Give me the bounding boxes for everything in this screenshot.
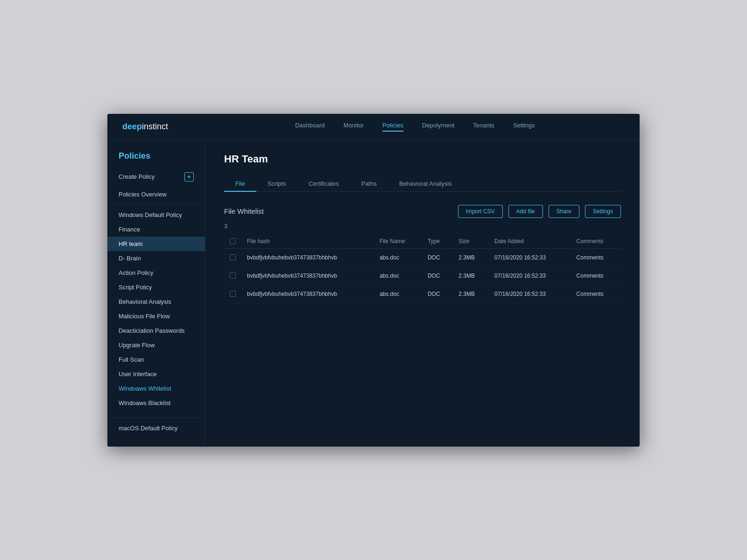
create-policy-button[interactable]: Create Policy + — [107, 168, 205, 185]
body-area: Policies Create Policy + Policies Overvi… — [107, 140, 640, 447]
col-date-added: Date Added — [489, 234, 571, 249]
nav-links: Dashboard Monitor Policies Depolyment Te… — [205, 122, 625, 132]
whitelist-header: File Whitelist Import CSV Add file Share… — [224, 205, 621, 218]
row-date-added: 07/16/2020 16:52:33 — [489, 248, 571, 266]
row-type: DOC — [422, 248, 453, 266]
nav-tenants[interactable]: Tenants — [473, 122, 494, 132]
sidebar-item-policies-overview[interactable]: Policies Overview — [107, 187, 205, 202]
app-window: deepinstinct Dashboard Monitor Policies … — [107, 114, 640, 447]
table-header-row: File hash File Name Type Size Date Added… — [224, 234, 621, 249]
nav-policies[interactable]: Policies — [382, 122, 403, 132]
sidebar-item-action-policy[interactable]: Action Policy — [107, 266, 205, 280]
sidebar-divider — [107, 204, 205, 205]
row-date-added: 07/16/2020 16:52:33 — [489, 285, 571, 303]
sidebar-item-malicious-file-flow[interactable]: Malicious File Flow — [107, 309, 205, 323]
col-file-name: File Name — [374, 234, 422, 249]
sidebar-item-script-policy[interactable]: Script Policy — [107, 280, 205, 294]
row-file-hash: bvbdfjvbfvbuhebvb37473837bhbhvb — [241, 266, 374, 285]
row-date-added: 07/16/2020 16:52:33 — [489, 266, 571, 285]
row-comments: Comments — [571, 248, 621, 266]
sidebar-item-windoaws-whitelist[interactable]: Windoaws Whitelist — [107, 381, 205, 396]
create-policy-label: Create Policy — [119, 173, 155, 180]
row-checkbox-cell — [224, 266, 241, 285]
sidebar-item-upgrate-flow[interactable]: Upgrate Flow — [107, 338, 205, 352]
sidebar: Policies Create Policy + Policies Overvi… — [107, 140, 205, 447]
import-csv-button[interactable]: Import CSV — [458, 205, 503, 218]
add-file-button[interactable]: Add file — [508, 205, 543, 218]
header-checkbox[interactable] — [230, 238, 236, 244]
row-checkbox[interactable] — [230, 291, 236, 297]
sidebar-item-finance[interactable]: Finance — [107, 222, 205, 237]
sidebar-item-full-scan[interactable]: Full Scan — [107, 352, 205, 367]
main-content: HR Team File Scripts Certificates Paths … — [205, 140, 640, 447]
row-size: 2.3MB — [453, 266, 489, 285]
nav-dashboard[interactable]: Dashboard — [295, 122, 325, 132]
tab-paths[interactable]: Paths — [350, 176, 388, 192]
nav-settings[interactable]: Settings — [513, 122, 535, 132]
row-checkbox[interactable] — [230, 273, 236, 279]
tab-certificates[interactable]: Certificates — [297, 176, 350, 192]
settings-button[interactable]: Settings — [585, 205, 621, 218]
table-row: bvbdfjvbfvbuhebvb37473837bhbhvb abs.doc … — [224, 266, 621, 285]
share-button[interactable]: Share — [549, 205, 579, 218]
row-type: DOC — [422, 266, 453, 285]
tab-file[interactable]: File — [224, 176, 256, 192]
file-whitelist-table: File hash File Name Type Size Date Added… — [224, 234, 621, 303]
row-checkbox-cell — [224, 248, 241, 266]
sidebar-item-hr-team[interactable]: HR team — [107, 237, 205, 251]
row-checkbox-cell — [224, 285, 241, 303]
col-file-hash: File hash — [241, 234, 374, 249]
logo-deep: deep — [122, 122, 142, 131]
row-file-name: abs.doc — [374, 266, 422, 285]
sidebar-item-behavioral-analysis[interactable]: Behavioral Analysis — [107, 294, 205, 309]
sidebar-item-windows-default-policy[interactable]: Windows Default Policy — [107, 208, 205, 222]
table-row: bvbdfjvbfvbuhebvb37473837bhbhvb abs.doc … — [224, 285, 621, 303]
col-checkbox — [224, 234, 241, 249]
page-title: HR Team — [224, 153, 621, 165]
sidebar-item-d-brain[interactable]: D- Brain — [107, 251, 205, 266]
row-comments: Comments — [571, 266, 621, 285]
table-row: bvbdfjvbfvbuhebvb37473837bhbhvb abs.doc … — [224, 248, 621, 266]
row-checkbox[interactable] — [230, 254, 236, 260]
sidebar-item-macos-default-policy[interactable]: macOS Default Policy — [107, 421, 205, 435]
sidebar-item-windoaws-blacklist[interactable]: Windoaws Blacklist — [107, 396, 205, 410]
row-file-name: abs.doc — [374, 248, 422, 266]
count-label: 3 — [224, 223, 621, 230]
tab-scripts[interactable]: Scripts — [256, 176, 297, 192]
sidebar-item-deacticiation-passwords[interactable]: Deacticiation Passwords — [107, 323, 205, 338]
row-file-name: abs.doc — [374, 285, 422, 303]
logo-instinct: instinct — [142, 122, 168, 131]
whitelist-actions: Import CSV Add file Share Settings — [458, 205, 621, 218]
col-size: Size — [453, 234, 489, 249]
tabs: File Scripts Certificates Paths Behavior… — [224, 176, 621, 192]
whitelist-title: File Whitelist — [224, 207, 264, 215]
col-type: Type — [422, 234, 453, 249]
sidebar-divider-2 — [107, 418, 205, 418]
nav-monitor[interactable]: Monitor — [344, 122, 364, 132]
nav-depolyment[interactable]: Depolyment — [422, 122, 454, 132]
sidebar-title: Policies — [107, 151, 205, 168]
row-size: 2.3MB — [453, 248, 489, 266]
col-comments: Comments — [571, 234, 621, 249]
row-comments: Comments — [571, 285, 621, 303]
row-file-hash: bvbdfjvbfvbuhebvb37473837bhbhvb — [241, 248, 374, 266]
row-size: 2.3MB — [453, 285, 489, 303]
plus-icon: + — [184, 172, 194, 182]
tab-behavioral-analysis[interactable]: Behavioral Analysis — [388, 176, 463, 192]
sidebar-item-user-interface[interactable]: User Interface — [107, 367, 205, 381]
row-type: DOC — [422, 285, 453, 303]
top-nav: deepinstinct Dashboard Monitor Policies … — [107, 114, 640, 140]
sidebar-gap — [107, 410, 205, 415]
row-file-hash: bvbdfjvbfvbuhebvb37473837bhbhvb — [241, 285, 374, 303]
logo: deepinstinct — [122, 122, 168, 132]
